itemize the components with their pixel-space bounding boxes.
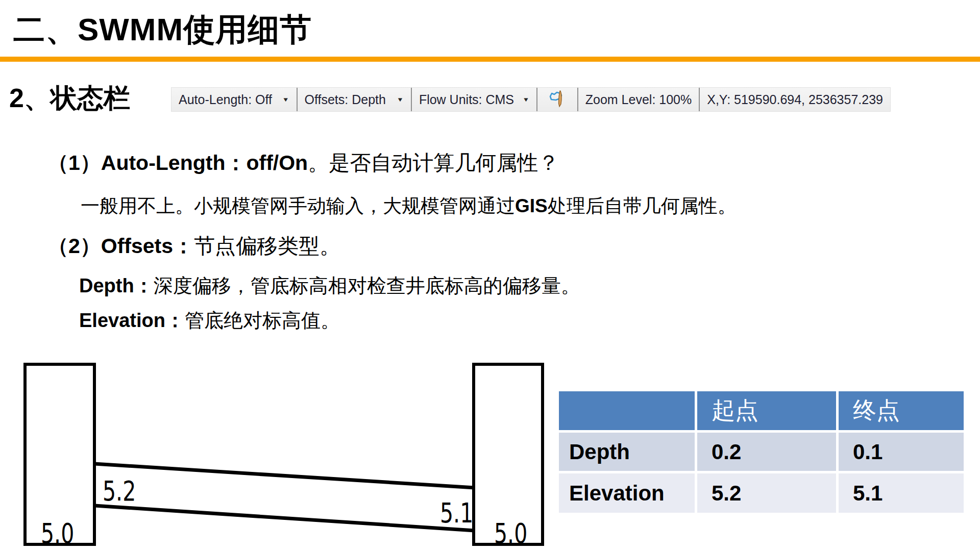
- note-bold-text: （2）Offsets：: [47, 234, 194, 258]
- flow-units-label: Flow Units: CMS: [419, 92, 514, 107]
- page-title: 二、SWMM使用细节: [13, 8, 312, 51]
- polygon-pen-icon: [548, 88, 567, 111]
- note-text: 处理后自带几何属性。: [548, 195, 737, 216]
- status-bar: Auto-Length: Off ▼ Offsets: Depth ▼ Flow…: [171, 87, 891, 112]
- note-auto-length-detail: 一般用不上。小规模管网手动输入，大规模管网通过GIS处理后自带几何属性。: [81, 193, 737, 219]
- status-item-flow-units[interactable]: Flow Units: CMS ▼: [411, 88, 537, 111]
- table-header-empty: [559, 391, 695, 430]
- slide: 二、SWMM使用细节 2、状态栏 Auto-Length: Off ▼ Offs…: [0, 0, 980, 551]
- note-text: 节点偏移类型。: [194, 234, 340, 258]
- section-label: 2、状态栏: [9, 81, 130, 116]
- note-depth: Depth：深度偏移，管底标高相对检查井底标高的偏移量。: [79, 273, 580, 299]
- status-item-flag[interactable]: [536, 88, 577, 111]
- chevron-down-icon: ▼: [282, 96, 289, 103]
- offsets-table: 起点 终点 Depth 0.2 0.1 Elevation 5.2 5.1: [559, 391, 964, 513]
- status-item-xy-coords: X,Y: 519590.694, 2536357.239: [699, 88, 890, 111]
- status-item-zoom-level: Zoom Level: 100%: [577, 88, 699, 111]
- zoom-level-label: Zoom Level: 100%: [585, 92, 692, 107]
- accent-divider: [0, 57, 980, 62]
- status-item-offsets[interactable]: Offsets: Depth ▼: [297, 88, 411, 111]
- pipe-diagram: [0, 357, 561, 551]
- pipe-inlet-elevation-label: 5.2: [103, 478, 136, 505]
- note-elevation: Elevation：管底绝对标高值。: [79, 308, 340, 334]
- note-auto-length: （1）Auto-Length：off/On。是否自动计算几何属性？: [47, 149, 559, 177]
- note-offsets: （2）Offsets：节点偏移类型。: [47, 232, 340, 260]
- note-text: 深度偏移，管底标高相对检查井底标高的偏移量。: [154, 275, 580, 296]
- table-cell-elevation-start: 5.2: [697, 473, 836, 513]
- table-header-start: 起点: [697, 391, 836, 430]
- table-cell-elevation-label: Elevation: [559, 473, 695, 513]
- note-bold-text: Elevation：: [79, 310, 185, 331]
- note-bold-text: （1）Auto-Length：off/On: [47, 151, 308, 174]
- table-cell-depth-label: Depth: [559, 433, 695, 471]
- chevron-down-icon: ▼: [523, 96, 530, 103]
- offsets-label: Offsets: Depth: [305, 92, 386, 107]
- table-cell-depth-start: 0.2: [697, 433, 836, 471]
- chevron-down-icon: ▼: [397, 96, 404, 103]
- table-cell-depth-end: 0.1: [839, 433, 964, 471]
- note-bold-text: Depth：: [79, 275, 154, 296]
- status-item-auto-length[interactable]: Auto-Length: Off ▼: [172, 88, 297, 111]
- note-bold-text: GIS: [515, 195, 548, 216]
- table-header-end: 终点: [839, 391, 964, 430]
- note-text: 一般用不上。小规模管网手动输入，大规模管网通过: [81, 195, 515, 216]
- right-node-invert-label: 5.0: [494, 520, 527, 547]
- note-text: 管底绝对标高值。: [185, 310, 340, 331]
- auto-length-label: Auto-Length: Off: [179, 92, 272, 107]
- left-node-invert-label: 5.0: [41, 520, 74, 547]
- table-cell-elevation-end: 5.1: [839, 473, 964, 513]
- note-text: 。是否自动计算几何属性？: [308, 151, 559, 174]
- pipe-outlet-elevation-label: 5.1: [440, 499, 473, 527]
- xy-coords-label: X,Y: 519590.694, 2536357.239: [707, 92, 883, 107]
